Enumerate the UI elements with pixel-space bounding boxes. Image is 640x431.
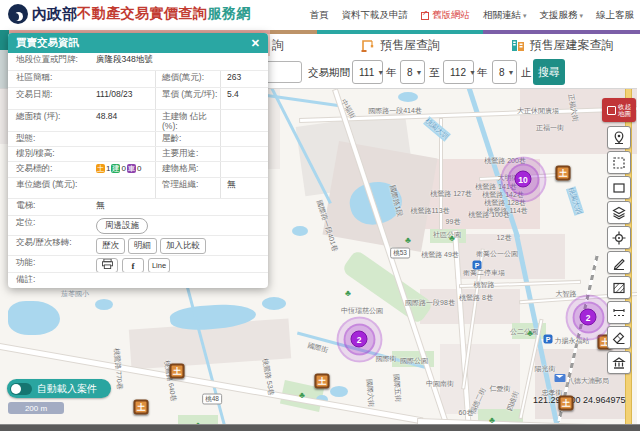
panel-row-right: 總價(萬元):263 — [155, 71, 268, 87]
nav-item-0[interactable]: 首頁 — [309, 9, 328, 22]
month-from-select[interactable]: 8▼ — [400, 60, 425, 84]
tab-presale-query[interactable]: 預售屋查詢 — [317, 30, 483, 56]
land-marker[interactable]: 土 — [556, 166, 571, 181]
road-number-badge: 桃53 — [390, 248, 410, 259]
field-label: 地段位置或門牌: — [8, 53, 94, 70]
nav-item-2[interactable]: 舊版網站 — [421, 9, 470, 22]
tab-partial[interactable]: 詢 — [270, 30, 317, 56]
collapse-icon — [607, 106, 616, 115]
land-marker[interactable]: 土 — [134, 400, 149, 415]
tab-project-label: 預售屋建案查詢 — [530, 37, 614, 54]
panel-body: 地段位置或門牌:廣隆段348地號社區簡稱:總價(萬元):263交易日期:111/… — [8, 53, 268, 285]
to-label: 至 — [429, 66, 440, 80]
year-to-select[interactable]: 112▼ — [443, 60, 474, 84]
field-label: 交易/歷次移轉: — [8, 236, 94, 255]
panel-row-2: 交易日期:111/08/23單價 (萬元/坪):5.4 — [8, 87, 268, 109]
cluster-marker[interactable]: 2 — [580, 309, 597, 326]
line-share-button[interactable]: Line — [148, 258, 170, 273]
target-badge-建: 建 — [111, 164, 120, 173]
search-button[interactable]: 搜尋 — [533, 59, 565, 85]
logo-text-suffix: 服務網 — [208, 5, 252, 23]
history-button-0[interactable]: 歷次 — [96, 238, 125, 254]
crane-icon — [360, 37, 376, 53]
nav-item-1[interactable]: 資料下載及申請 — [341, 9, 408, 22]
locate-button[interactable] — [607, 226, 631, 249]
tree-icon: ♣ — [527, 328, 533, 338]
nearby-facility-button[interactable]: 周邊設施 — [96, 218, 148, 234]
map-label: 桃智路 — [474, 280, 495, 290]
panel-row-right: 主建物 佔比(%): — [155, 110, 268, 131]
map-label: 60巷 — [459, 408, 474, 418]
panel-title: 買賣交易資訊 — [16, 36, 79, 50]
facebook-icon[interactable]: f — [122, 258, 144, 273]
year-from-select[interactable]: 111▼ — [352, 60, 383, 84]
field-label: 主建物 佔比(%): — [156, 110, 220, 131]
map-label: 八德大湳郵局 — [567, 376, 609, 386]
tab-presale-project-query[interactable]: 預售屋建案查詢 — [483, 30, 640, 56]
field-label: 屋齡: — [156, 132, 220, 146]
close-icon[interactable]: ✕ — [251, 37, 260, 50]
measure-icon — [612, 306, 626, 320]
panel-header[interactable]: 買賣交易資訊 ✕ — [8, 33, 268, 53]
field-value: 土1建0車0 — [94, 162, 147, 177]
rectangle-button[interactable] — [607, 176, 631, 199]
tree-icon: ♣ — [489, 415, 495, 424]
month-to-select[interactable]: 8▼ — [492, 60, 517, 84]
layers-button[interactable] — [607, 201, 631, 224]
nav-item-5[interactable]: 線上客服 — [596, 9, 634, 22]
panel-row-0: 地段位置或門牌:廣隆段348地號 — [8, 53, 268, 70]
field-label: 主要用途: — [156, 147, 220, 161]
field-label: 交易日期: — [8, 88, 94, 109]
land-marker[interactable]: 土 — [170, 364, 185, 379]
collapse-label: 收起地圖 — [618, 103, 631, 117]
measure-button[interactable] — [607, 301, 631, 324]
draw-button[interactable] — [607, 251, 631, 274]
panel-row-1: 社區簡稱:總價(萬元):263 — [8, 70, 268, 87]
map-label: 12巷 — [497, 233, 512, 243]
hatch-button[interactable] — [607, 276, 631, 299]
logo-text-main: 不動產交易實價查詢 — [77, 5, 208, 23]
history-button-1[interactable]: 明細 — [128, 238, 157, 254]
map-label: 桃鶯路 127巷 — [430, 189, 472, 199]
panel-row-7: 車位總價 (萬元):管理組織:無 — [8, 177, 268, 198]
panel-row-right: 建物格局: — [155, 162, 268, 177]
toggle-knob — [10, 383, 32, 395]
eraser-button[interactable] — [607, 326, 631, 349]
locate-icon — [612, 231, 626, 245]
panel-row-10: 交易/歷次移轉:歷次明細加入比較 — [8, 235, 268, 255]
pin-button[interactable] — [607, 126, 631, 149]
cluster-marker[interactable]: 2 — [351, 331, 368, 348]
landmark-button[interactable] — [607, 351, 631, 374]
road-number-badge: 桃48 — [202, 394, 222, 405]
panel-row-right: 管理組織:無 — [155, 178, 268, 198]
eraser-icon — [612, 331, 626, 345]
auto-load-toggle[interactable]: 自動載入案件 — [7, 379, 111, 398]
map-label: 桃園大圳 — [566, 186, 584, 216]
panel-row-12: 備註: — [8, 272, 268, 285]
collapse-map-button[interactable]: 收起地圖 — [602, 98, 636, 122]
panel-row-11: 功能:fLine — [8, 255, 268, 272]
panel-row-right: 單價 (萬元/坪):5.4 — [155, 88, 268, 109]
print-icon[interactable] — [96, 258, 118, 273]
map-label: 衛喬二停車場 — [463, 268, 505, 278]
area-select-button[interactable] — [607, 151, 631, 174]
field-value: 無 — [94, 199, 268, 215]
nav-item-4[interactable]: 支援服務▾ — [539, 9, 583, 22]
field-label: 電梯: — [8, 199, 94, 215]
panel-row-6: 交易標的:土1建0車0建物格局: — [8, 161, 268, 177]
field-label: 功能: — [8, 256, 94, 272]
panel-row-4: 型態:屋齡: — [8, 131, 268, 146]
field-value: 263 — [220, 71, 268, 87]
land-marker[interactable]: 土 — [315, 374, 330, 389]
land-marker[interactable]: 土 — [559, 396, 574, 411]
field-value: 周邊設施 — [94, 216, 268, 235]
nav-item-3[interactable]: 相關連結▾ — [483, 9, 527, 22]
panel-row-5: 樓別/樓高:主要用途: — [8, 146, 268, 161]
landmark-icon — [612, 356, 626, 370]
cluster-marker[interactable]: 10 — [515, 171, 532, 188]
history-button-2[interactable]: 加入比較 — [160, 238, 206, 254]
field-value: fLine — [94, 256, 268, 272]
site-logo[interactable]: 內政部 不動產交易實價查詢 服務網 — [8, 4, 251, 24]
target-badge-車: 車 — [127, 164, 136, 173]
map-scale: 200 m — [8, 402, 64, 414]
